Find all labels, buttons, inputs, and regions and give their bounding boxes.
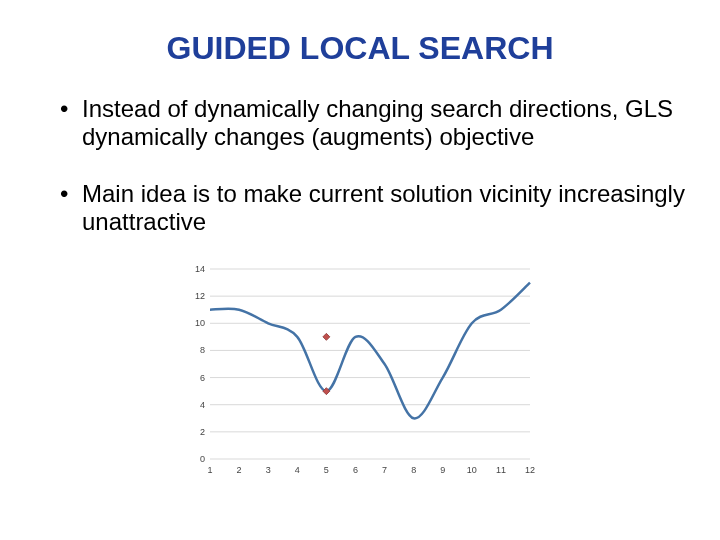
x-tick-label: 12	[525, 465, 535, 475]
x-tick-label: 8	[411, 465, 416, 475]
bullet-item: Instead of dynamically changing search d…	[60, 95, 690, 152]
x-tick-label: 9	[440, 465, 445, 475]
y-tick-label: 6	[200, 373, 205, 383]
y-tick-label: 10	[195, 319, 205, 329]
x-tick-label: 2	[237, 465, 242, 475]
x-tick-label: 1	[207, 465, 212, 475]
x-tick-label: 4	[295, 465, 300, 475]
x-tick-label: 11	[496, 465, 506, 475]
y-tick-label: 2	[200, 427, 205, 437]
x-tick-label: 6	[353, 465, 358, 475]
chart-plot: 02468101214123456789101112	[195, 264, 535, 475]
slide: GUIDED LOCAL SEARCH Instead of dynamical…	[0, 0, 720, 540]
x-tick-label: 7	[382, 465, 387, 475]
y-tick-label: 12	[195, 291, 205, 301]
x-tick-label: 10	[467, 465, 477, 475]
chart: 02468101214123456789101112	[180, 264, 540, 479]
x-tick-label: 5	[324, 465, 329, 475]
y-tick-label: 0	[200, 454, 205, 464]
x-tick-label: 3	[266, 465, 271, 475]
data-marker	[323, 334, 330, 341]
bullet-list: Instead of dynamically changing search d…	[30, 95, 690, 236]
chart-svg: 02468101214123456789101112	[180, 264, 540, 479]
y-tick-label: 4	[200, 400, 205, 410]
slide-title: GUIDED LOCAL SEARCH	[30, 30, 690, 67]
y-tick-label: 14	[195, 264, 205, 274]
bullet-item: Main idea is to make current solution vi…	[60, 180, 690, 237]
y-tick-label: 8	[200, 346, 205, 356]
